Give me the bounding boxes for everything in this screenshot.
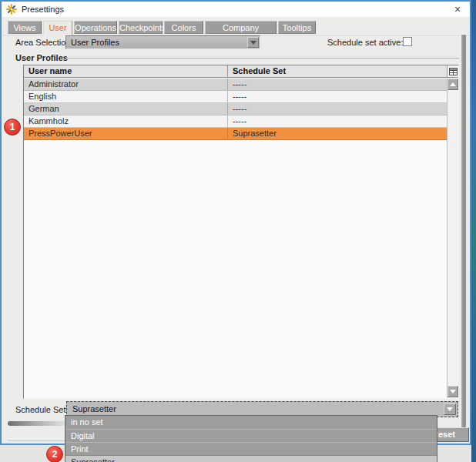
grid-icon [449,68,458,75]
tab-colors[interactable]: Colors [164,21,203,34]
chevron-down-icon[interactable] [444,403,456,415]
table-header-row: User name Schedule Set [24,65,458,78]
table-row[interactable]: English ----- [24,91,447,103]
table-config-button[interactable] [447,65,458,77]
cell-user-name: Kammholz [24,116,228,127]
window-title: Presettings [22,5,64,14]
annotation-badge-1: 1 [4,119,21,136]
dropdown-option-print[interactable]: Print [65,442,437,455]
presettings-window: Presettings × Views User Operations Chec… [0,0,471,445]
table-body: Administrator ----- English ----- German… [24,79,447,140]
prinect-star-icon [6,4,17,15]
cell-user-name: English [24,91,228,102]
arrow-up-icon[interactable] [448,79,458,90]
tab-checkpoints[interactable]: Checkpoints [119,21,163,34]
cell-schedule-set: ----- [228,91,447,102]
cell-schedule-set: Suprasetter [228,128,447,139]
dropdown-option-in-no-set[interactable]: in no set [65,416,437,429]
area-selection-label: Area Selection [15,38,71,47]
desktop-background-strip [471,0,476,462]
screen: Presettings × Views User Operations Chec… [0,0,476,462]
cell-schedule-set: ----- [228,79,447,90]
dropdown-option-suprasetter[interactable]: Suprasetter [65,455,437,462]
arrow-down-icon[interactable] [448,386,458,397]
tab-user[interactable]: User [43,21,72,35]
close-icon[interactable]: × [451,3,464,15]
cell-schedule-set: ----- [228,103,447,115]
cell-user-name: PressPowerUser [24,128,228,139]
vertical-scrollbar-thumb[interactable] [461,35,466,440]
user-profiles-table: User name Schedule Set Administrator ---… [23,65,459,399]
area-selection-combobox[interactable]: User Profiles [65,35,260,49]
table-row[interactable]: German ----- [24,103,447,116]
cell-user-name: Administrator [24,79,228,90]
table-row[interactable]: Kammholz ----- [24,116,447,128]
schedule-set-active-label: Schedule set active: [327,38,403,47]
table-row-selected[interactable]: PressPowerUser Suprasetter [24,128,447,140]
table-scrollbar[interactable] [447,79,458,398]
chevron-down-icon[interactable] [247,37,259,48]
area-selection-value: User Profiles [71,38,119,47]
cell-user-name: German [24,103,228,115]
schedule-set-label: Schedule Set: [15,405,69,414]
tab-views[interactable]: Views [8,21,42,34]
group-divider-line [66,58,459,59]
schedule-set-dropdown-popup: in no set Digital Print Suprasetter [65,415,437,462]
tab-tooltips[interactable]: Tooltips [278,21,316,34]
column-header-schedule-set[interactable]: Schedule Set [228,65,447,77]
column-header-user-name[interactable]: User name [24,65,228,77]
cell-schedule-set: ----- [228,116,447,127]
user-profiles-group-title: User Profiles [15,53,68,62]
annotation-badge-2: 2 [46,446,63,462]
table-row[interactable]: Administrator ----- [24,79,447,91]
tab-operations[interactable]: Operations [74,21,117,34]
schedule-set-value: Suprasetter [72,404,116,413]
tab-company-calendar[interactable]: Company Calendar [205,21,277,34]
dropdown-option-digital[interactable]: Digital [65,429,437,442]
horizontal-scrollbar-thumb[interactable] [8,421,68,426]
title-bar: Presettings × [2,2,470,17]
schedule-set-active-checkbox[interactable] [403,37,412,46]
